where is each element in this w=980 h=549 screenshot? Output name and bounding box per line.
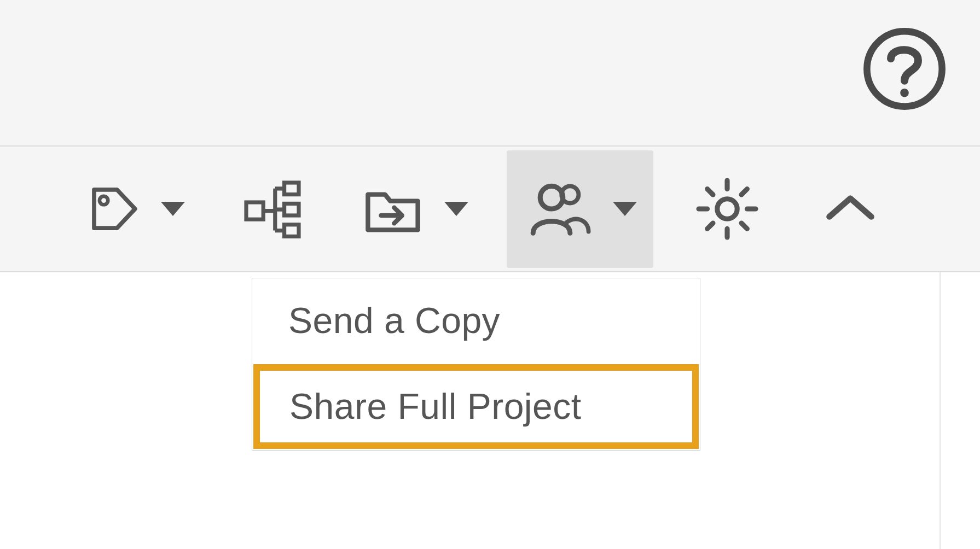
people-icon (523, 173, 594, 244)
settings-button[interactable] (675, 150, 779, 268)
svg-point-1 (900, 89, 909, 97)
vertical-divider (940, 272, 941, 549)
collapse-button[interactable] (801, 150, 900, 268)
chevron-down-icon (161, 202, 185, 216)
header-area (0, 0, 980, 147)
help-button[interactable] (862, 27, 947, 113)
svg-rect-4 (285, 183, 299, 195)
chevron-up-icon (817, 176, 883, 242)
menu-item-share-full-project[interactable]: Share Full Project (253, 364, 699, 449)
share-dropdown: Send a Copy Share Full Project (252, 278, 700, 451)
svg-rect-6 (285, 225, 299, 237)
menu-item-send-copy[interactable]: Send a Copy (252, 278, 700, 363)
svg-rect-3 (246, 202, 263, 219)
svg-point-2 (100, 196, 108, 205)
chevron-down-icon (613, 202, 637, 216)
gear-icon (692, 173, 763, 244)
svg-point-9 (717, 199, 737, 219)
svg-point-7 (540, 186, 563, 209)
move-to-button[interactable] (344, 150, 485, 268)
tag-icon (82, 179, 142, 239)
help-icon (862, 26, 947, 114)
hierarchy-button[interactable] (223, 150, 322, 268)
tag-button[interactable] (66, 150, 201, 268)
share-button[interactable] (507, 150, 653, 268)
chevron-down-icon (444, 202, 468, 216)
svg-rect-5 (285, 203, 299, 215)
folder-move-icon (360, 176, 426, 242)
hierarchy-icon (240, 176, 305, 242)
toolbar (0, 147, 980, 272)
